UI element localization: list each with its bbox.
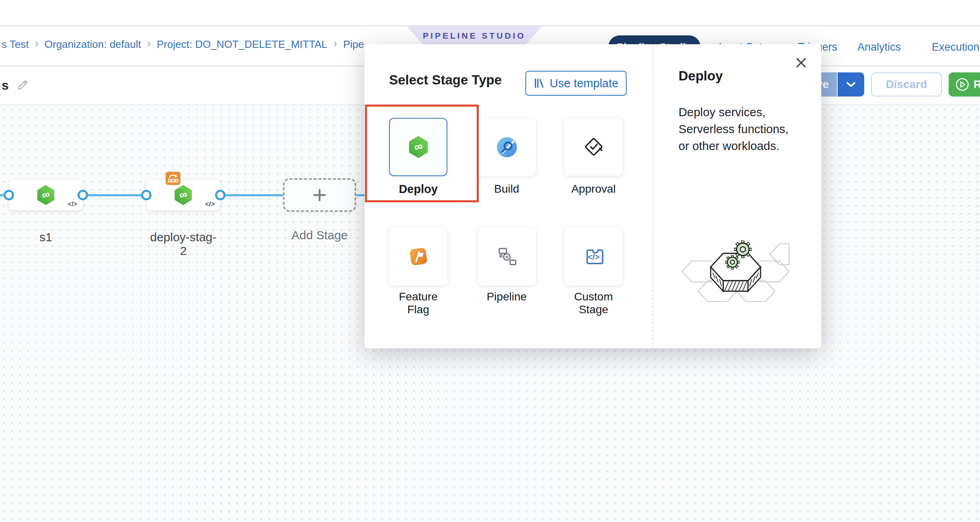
pencil-icon: [17, 79, 29, 91]
dialog-panel-divider: [652, 44, 653, 348]
stage-node-s1[interactable]: ∞ </>: [9, 180, 83, 210]
ribbon-label: PIPELINE STUDIO: [423, 31, 526, 41]
select-stage-type-dialog: Select Stage Type Use template ∞: [365, 44, 821, 348]
dialog-title: Select Stage Type: [389, 72, 502, 88]
use-template-button[interactable]: Use template: [525, 71, 627, 96]
approval-stage-icon: [582, 136, 605, 158]
harness-deploy-icon: ∞: [174, 185, 193, 206]
stage-type-card-custom[interactable]: </>: [564, 227, 623, 286]
deploy-highlight-box: [365, 105, 479, 202]
deploy-illustration: [681, 230, 790, 308]
breadcrumb-item-org[interactable]: Organization: default: [45, 38, 141, 51]
port-out-s1[interactable]: [78, 190, 88, 200]
close-icon: [795, 57, 807, 69]
stage-type-label-approval: Approval: [564, 183, 623, 195]
detail-description: Deploy services, Serverless functions, o…: [679, 104, 799, 154]
stage-label-deploy-stag-2: deploy-stag-2: [147, 230, 219, 258]
yaml-code-icon[interactable]: </>: [68, 201, 77, 208]
breadcrumb-separator: ›: [35, 38, 38, 50]
stage-type-label-custom: Custom Stage: [564, 290, 623, 316]
stage-type-card-approval[interactable]: [564, 117, 623, 176]
rolling-deployment-badge: [166, 172, 180, 185]
port-in-s1[interactable]: [4, 190, 14, 200]
stage-type-label-pipeline: Pipeline: [478, 290, 536, 303]
close-dialog-button[interactable]: [793, 55, 809, 71]
port-in-deploy-stag-2[interactable]: [141, 190, 152, 200]
play-icon: [955, 77, 970, 92]
svg-text:</>: </>: [588, 253, 599, 261]
stage-node-deploy-stag-2[interactable]: ∞ </>: [146, 180, 220, 210]
discard-button[interactable]: Discard: [871, 72, 942, 97]
tab-executions[interactable]: Executions: [932, 41, 980, 53]
add-stage-button[interactable]: [283, 178, 356, 212]
breadcrumb-item-account[interactable]: s Test: [2, 38, 29, 51]
yaml-code-icon[interactable]: </>: [205, 201, 215, 208]
discard-label: Discard: [886, 78, 927, 91]
top-band: [0, 0, 980, 25]
template-library-icon: [534, 78, 544, 88]
stage-type-card-pipeline[interactable]: [478, 227, 536, 286]
stage-label-s1: s1: [14, 230, 78, 244]
harness-deploy-icon: ∞: [36, 185, 55, 206]
pipeline-studio-ribbon: PIPELINE STUDIO: [406, 26, 543, 46]
pipeline-name: s: [2, 78, 9, 93]
use-template-label: Use template: [550, 77, 619, 90]
tab-analytics[interactable]: Analytics: [857, 41, 901, 53]
save-options-button[interactable]: [837, 72, 864, 97]
feature-flag-stage-icon: [408, 246, 429, 267]
custom-stage-icon: </>: [582, 246, 605, 267]
rolling-update-icon: [167, 173, 179, 184]
stage-type-card-build[interactable]: [478, 118, 536, 176]
stage-type-card-feature-flag[interactable]: [389, 227, 447, 286]
breadcrumb: s Test › Organization: default › Project…: [2, 38, 363, 51]
port-out-deploy-stag-2[interactable]: [215, 190, 226, 200]
chevron-down-icon: [846, 81, 856, 88]
edit-pipeline-button[interactable]: [17, 79, 29, 91]
run-button[interactable]: Run: [949, 72, 980, 97]
breadcrumb-item-pipelines[interactable]: Pipelines: [343, 38, 363, 51]
breadcrumb-separator: ›: [147, 38, 151, 50]
build-stage-icon: [496, 136, 518, 158]
detail-title: Deploy: [679, 68, 723, 84]
pipeline-studio-page: s Test › Organization: default › Project…: [0, 0, 980, 522]
pipeline-stage-icon: [496, 246, 518, 267]
stage-type-label-feature-flag: Feature Flag: [389, 290, 447, 316]
breadcrumb-item-project[interactable]: Project: DO_NOT_DELETE_MITTAL: [157, 38, 327, 51]
add-stage-label: Add Stage: [283, 228, 356, 242]
run-label: Run: [974, 78, 980, 91]
plus-icon: [312, 187, 327, 203]
breadcrumb-separator: ›: [333, 38, 337, 50]
stage-type-label-build: Build: [478, 183, 536, 195]
